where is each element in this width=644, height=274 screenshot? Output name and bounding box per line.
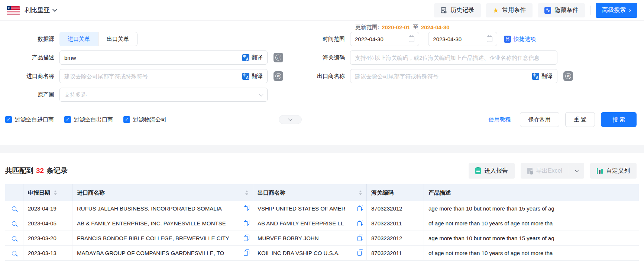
- save-favorite-button[interactable]: 保存常用: [520, 112, 559, 127]
- row-importer-cell: MADAYBA GROUP OF COMPANIES GARDNESVILLE,…: [72, 246, 253, 260]
- collapse-form-button[interactable]: [279, 115, 302, 124]
- topbar-actions: 历史记录 ★ 常用条件 隐藏条件 高级搜索 ›: [434, 3, 637, 18]
- liberia-flag-icon: ★: [7, 6, 20, 15]
- sort-icon[interactable]: [54, 190, 57, 195]
- copy-icon[interactable]: [358, 206, 362, 211]
- magnifier-icon[interactable]: [12, 206, 16, 211]
- table-row[interactable]: 2023-04-05 AB & FAMILY ENTERPRISE, INC. …: [5, 216, 639, 231]
- row-desc: age more than 10 but not more than 15 ye…: [428, 205, 554, 212]
- hs-code-input-wrap: [350, 50, 557, 65]
- row-date-cell: 2023-04-19: [23, 201, 72, 216]
- importer-header-label: 进口商名称: [77, 189, 105, 196]
- row-date-cell: 2023-03-13: [23, 246, 72, 260]
- export-dropdown-button[interactable]: [569, 163, 584, 179]
- table-row[interactable]: 2023-04-19 RUFUS JALLAH BUSINESS, INCORP…: [5, 201, 639, 216]
- filter-blank-importer-label: 过滤空白进口商: [15, 116, 54, 123]
- hs-code-header-label: 海关编码: [371, 189, 394, 196]
- export-icon: [527, 168, 533, 174]
- origin-country-select[interactable]: 支持多选: [59, 88, 268, 102]
- translate-icon: 中A: [242, 73, 249, 80]
- sort-icon[interactable]: [359, 190, 362, 195]
- row-importer-cell: RUFUS JALLAH BUSINESS, INCORPORATED SOMA…: [72, 201, 253, 216]
- tutorial-link[interactable]: 使用教程: [489, 116, 511, 123]
- calendar-icon: [487, 36, 492, 42]
- magnifier-icon[interactable]: [12, 221, 16, 226]
- row-date: 2023-04-19: [28, 205, 56, 212]
- row-exporter-text: KOIL INC DBA VSHIP CO U.S.A.: [258, 250, 340, 256]
- desc-header-label: 产品描述: [428, 189, 451, 196]
- row-date: 2023-03-13: [28, 250, 56, 256]
- filter-blank-importer-checkbox[interactable]: ✓ 过滤空白进口商: [5, 116, 54, 123]
- collapse-icon: [544, 7, 551, 14]
- copy-icon[interactable]: [358, 221, 362, 226]
- filter-logistics-checkbox[interactable]: ✓ 过滤物流公司: [123, 116, 166, 123]
- importer-input[interactable]: [64, 73, 239, 79]
- copy-icon[interactable]: [244, 221, 248, 226]
- reset-button[interactable]: 重 置: [565, 112, 595, 127]
- origin-country-label: 原产国: [0, 91, 59, 98]
- checkbox-checked-icon: ✓: [5, 116, 12, 123]
- copy-icon[interactable]: [358, 251, 362, 255]
- results-actions: 进入报告 导出Excel 自定义列: [469, 163, 637, 179]
- update-range-to: 至: [413, 24, 418, 31]
- customize-columns-label: 自定义列: [606, 167, 630, 175]
- count-suffix: 条记录: [46, 166, 68, 176]
- copy-icon[interactable]: [244, 236, 248, 241]
- topbar: ★ 利比里亚 历史记录 ★ 常用条件 隐藏条件 高级搜索 ›: [0, 0, 644, 21]
- exporter-header-label: 出口商名称: [258, 189, 285, 196]
- count-value: 32: [36, 167, 44, 175]
- export-excel-split-button: 导出Excel: [521, 163, 584, 179]
- magnifier-icon[interactable]: [12, 236, 16, 241]
- customize-columns-button[interactable]: 自定义列: [590, 163, 637, 179]
- exporter-match-mode-toggle[interactable]: ⇄: [563, 71, 573, 81]
- importer-column-header[interactable]: 进口商名称: [72, 184, 253, 201]
- row-desc-cell: of age not more than 10 years of age not…: [424, 216, 639, 231]
- importer-match-mode-toggle[interactable]: ⇄: [274, 71, 283, 81]
- importer-translate-button[interactable]: 中A 翻译: [239, 73, 263, 80]
- translate-label: 翻译: [252, 54, 263, 61]
- topbar-divider: [590, 6, 590, 15]
- exporter-input[interactable]: [355, 73, 529, 79]
- magnifier-icon[interactable]: [12, 251, 16, 255]
- form-actions: 使用教程 保存常用 重 置 搜 索: [489, 112, 637, 127]
- quick-options-link[interactable]: ⌘ 快捷选项: [504, 36, 536, 43]
- product-translate-button[interactable]: 中A 翻译: [239, 54, 263, 61]
- end-date-input[interactable]: 2023-04-30: [428, 32, 497, 46]
- row-date: 2023-04-05: [28, 220, 56, 226]
- row-exporter-cell: KOIL INC DBA VSHIP CO U.S.A.: [253, 246, 366, 260]
- copy-icon[interactable]: [244, 206, 248, 211]
- sort-icon[interactable]: [245, 190, 248, 195]
- copy-icon[interactable]: [244, 251, 248, 255]
- row-desc: age more than 10 but not more than 15 ye…: [428, 235, 554, 241]
- row-exporter-text: AB AND FAMILY ENTERPRISE LL: [258, 220, 344, 226]
- enter-report-button[interactable]: 进入报告: [469, 163, 515, 179]
- data-source-label: 数据源: [0, 36, 59, 43]
- product-desc-input[interactable]: [64, 55, 239, 61]
- favorites-button[interactable]: ★ 常用条件: [486, 3, 533, 17]
- export-excel-button[interactable]: 导出Excel: [521, 163, 569, 179]
- quick-options-icon: ⌘: [504, 36, 511, 43]
- row-expand-cell: [5, 231, 23, 245]
- row-desc: of age not more than 10 years of age not…: [428, 250, 553, 256]
- tab-import-declarations[interactable]: 进口关单: [59, 32, 98, 46]
- exporter-column-header[interactable]: 出口商名称: [253, 184, 366, 201]
- search-button[interactable]: 搜 索: [601, 112, 637, 127]
- country-selector[interactable]: ★ 利比里亚: [7, 6, 56, 15]
- filter-blank-exporter-checkbox[interactable]: ✓ 过滤空白出口商: [64, 116, 113, 123]
- row-importer-text: FRANCIS BONDOE BIBLE COLLEGE, BREWERVILL…: [77, 235, 229, 241]
- table-row[interactable]: 2023-03-13 MADAYBA GROUP OF COMPANIES GA…: [5, 246, 639, 261]
- table-row[interactable]: 2023-03-20 FRANCIS BONDOE BIBLE COLLEGE,…: [5, 231, 639, 246]
- product-match-mode-toggle[interactable]: ⇄: [274, 53, 283, 62]
- date-column-header[interactable]: 申报日期: [23, 184, 72, 201]
- copy-icon[interactable]: [358, 236, 362, 241]
- row-hs-cell: 8703232012: [366, 201, 424, 216]
- tab-export-declarations[interactable]: 出口关单: [98, 32, 137, 46]
- hs-code-input[interactable]: [355, 55, 553, 61]
- row-hs-cell: 8703232011: [366, 216, 424, 231]
- advanced-search-button[interactable]: 高级搜索 ›: [596, 3, 637, 18]
- start-date-input[interactable]: 2022-04-30: [350, 32, 419, 46]
- exporter-translate-button[interactable]: 中A 翻译: [529, 73, 553, 80]
- history-button[interactable]: 历史记录: [434, 3, 481, 17]
- hide-conditions-button[interactable]: 隐藏条件: [538, 3, 585, 17]
- row-exporter-text: MURVEE BOBBY JOHN: [258, 235, 319, 241]
